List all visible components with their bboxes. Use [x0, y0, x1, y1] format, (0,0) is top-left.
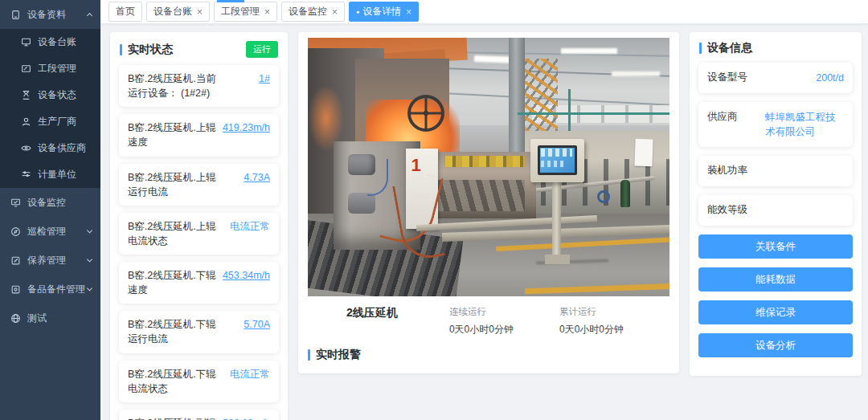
sidebar: 设备资料 设备台账 工段管理 设备状态 生产厂商 设备供应商 计量单位 [0, 0, 100, 420]
continuous-runtime: 连续运行 0天0小时0分钟 [449, 306, 559, 336]
tab-device-ledger[interactable]: 设备台账 × [146, 2, 210, 22]
photo-paper-sheet [635, 138, 653, 166]
info-field-model: 设备型号 200t/d [698, 63, 853, 93]
info-field-supplier: 供应商 蚌埠凯盛工程技术有限公司 [698, 102, 853, 147]
photo-hmi-screen-content [541, 149, 571, 157]
sidebar-item-label: 设备监控 [27, 196, 66, 210]
photo-handwheel [407, 95, 444, 132]
status-label: B窑.2线压延机.上辊运行电流 [128, 170, 223, 199]
sidebar-item-label: 设备资料 [27, 8, 66, 22]
sidebar-item-device-status[interactable]: 设备状态 [0, 82, 100, 108]
field-label: 供应商 [707, 110, 760, 124]
realtime-status-panel: 实时状态 运行 B窑.2线压延机.当前运行设备： (1#2#) 1# B窑.2线… [110, 32, 288, 420]
tab-label: 设备台账 [154, 5, 192, 18]
sidebar-item-device-archive[interactable]: 设备资料 [0, 0, 100, 29]
status-value-link[interactable]: 1# [223, 71, 270, 86]
person-icon [21, 116, 31, 127]
monitor-check-icon [10, 198, 21, 208]
tab-label: 工段管理 [221, 5, 260, 18]
sidebar-item-label: 设备供应商 [38, 141, 86, 155]
accent-bar [120, 44, 122, 55]
info-field-energy-rating: 能效等级 [698, 195, 853, 226]
tab-label: 首页 [116, 5, 135, 18]
active-dot-icon: ● [356, 9, 359, 14]
status-card-lower-roll-current: B窑.2线压延机.下辊运行电流 5.70A [119, 311, 279, 353]
photo-chain-strip [445, 156, 525, 167]
status-value-link[interactable]: 5.70A [223, 317, 270, 332]
status-card-lower-roll-current-state: B窑.2线压延机.下辊电流状态 电流正常 [119, 361, 279, 402]
monitor-icon [21, 37, 31, 47]
status-label: B窑.2线压延机.下辊电流状态 [128, 367, 223, 396]
sidebar-item-manufacturer[interactable]: 生产厂商 [0, 108, 100, 135]
maintenance-record-button[interactable]: 维保记录 [698, 300, 853, 324]
device-overview-panel: 1 2线压延机 连续运行 0天0小时0分钟 累计运行 0天0小时0 [298, 32, 679, 373]
photo-motor [348, 193, 375, 214]
eye-icon [21, 143, 31, 153]
field-label: 能效等级 [707, 203, 760, 218]
close-icon[interactable]: × [332, 7, 338, 17]
total-runtime: 累计运行 0天0小时0分钟 [559, 306, 669, 336]
sidebar-item-label: 备品备件管理 [27, 283, 85, 296]
sidebar-item-device-ledger[interactable]: 设备台账 [0, 29, 100, 55]
device-name: 2线压延机 [346, 306, 449, 320]
close-icon[interactable]: × [197, 7, 203, 17]
sidebar-item-label: 巡检管理 [27, 225, 66, 239]
status-value-link[interactable]: 566.93m/h [223, 416, 270, 420]
status-card-current-device: B窑.2线压延机.当前运行设备： (1#2#) 1# [119, 65, 279, 107]
close-icon[interactable]: × [406, 7, 411, 17]
field-value: 200t/d [760, 71, 844, 85]
status-value-link[interactable]: 4.73A [223, 170, 270, 185]
sidebar-item-label: 计量单位 [38, 168, 76, 181]
sidebar-item-supplier[interactable]: 设备供应商 [0, 135, 100, 161]
top-active-indicator [217, 0, 244, 2]
tab-bar: 首页 设备台账 × 工段管理 × 设备监控 × ● 设备详情 × [100, 0, 868, 24]
sidebar-item-device-monitor[interactable]: 设备监控 [0, 188, 100, 217]
status-label: B窑.2线压延机.上辊电流状态 [128, 219, 223, 248]
sidebar-item-test[interactable]: 测试 [0, 304, 100, 332]
photo-valve-wheel [597, 190, 610, 203]
tab-home[interactable]: 首页 [108, 2, 142, 22]
globe-icon [10, 313, 21, 324]
stat-label: 连续运行 [449, 306, 559, 318]
status-label: B窑.2线压延机.副辊速度 [128, 416, 223, 420]
status-value-link[interactable]: 419.23m/h [223, 120, 270, 135]
equipment-photo: 1 [308, 38, 669, 296]
compass-icon [10, 226, 21, 237]
sidebar-item-label: 设备台账 [38, 35, 76, 49]
photo-teal-pipe [518, 112, 669, 115]
tab-device-detail[interactable]: ● 设备详情 × [349, 2, 419, 22]
photo-skylight [612, 71, 660, 76]
stat-value: 0天0小时0分钟 [559, 323, 669, 336]
stat-label: 累计运行 [559, 306, 669, 318]
tab-label: 设备监控 [289, 5, 327, 18]
info-panel-title: 设备信息 [707, 41, 852, 55]
sidebar-item-section-mgmt[interactable]: 工段管理 [0, 55, 100, 82]
sidebar-item-inspection[interactable]: 巡检管理 [0, 217, 100, 246]
close-icon[interactable]: × [264, 7, 270, 17]
status-card-upper-roll-current-state: B窑.2线压延机.上辊电流状态 电流正常 [119, 213, 279, 255]
energy-data-button[interactable]: 能耗数据 [698, 267, 853, 292]
hourglass-icon [21, 90, 31, 100]
accent-bar [699, 43, 702, 54]
status-value-link[interactable]: 453.34m/h [223, 268, 270, 283]
tab-device-monitor[interactable]: 设备监控 × [281, 2, 345, 22]
sidebar-item-maintenance[interactable]: 保养管理 [0, 246, 100, 275]
sliders-icon [21, 169, 31, 180]
sidebar-item-measure-unit[interactable]: 计量单位 [0, 161, 100, 188]
device-analysis-button[interactable]: 设备分析 [698, 333, 853, 357]
photo-skylight [561, 48, 617, 54]
status-label: B窑.2线压延机.下辊运行电流 [128, 317, 223, 346]
stat-value: 0天0小时0分钟 [449, 323, 559, 336]
device-info-panel: 设备信息 设备型号 200t/d 供应商 蚌埠凯盛工程技术有限公司 装机功率 能… [690, 32, 862, 376]
related-parts-button[interactable]: 关联备件 [698, 234, 853, 259]
status-label: B窑.2线压延机.下辊速度 [128, 268, 223, 297]
edit-square-icon [10, 255, 21, 266]
info-panel-header: 设备信息 [690, 32, 862, 63]
tab-section-mgmt[interactable]: 工段管理 × [214, 2, 277, 22]
sidebar-item-spare-parts[interactable]: 备品备件管理 [0, 275, 100, 304]
sidebar-item-label: 工段管理 [38, 62, 76, 75]
realtime-alarm-header: 实时报警 [308, 345, 669, 367]
field-label: 设备型号 [707, 71, 760, 85]
status-card-aux-roll-speed: B窑.2线压延机.副辊速度 566.93m/h [119, 410, 279, 420]
chevron-down-icon [87, 285, 92, 291]
